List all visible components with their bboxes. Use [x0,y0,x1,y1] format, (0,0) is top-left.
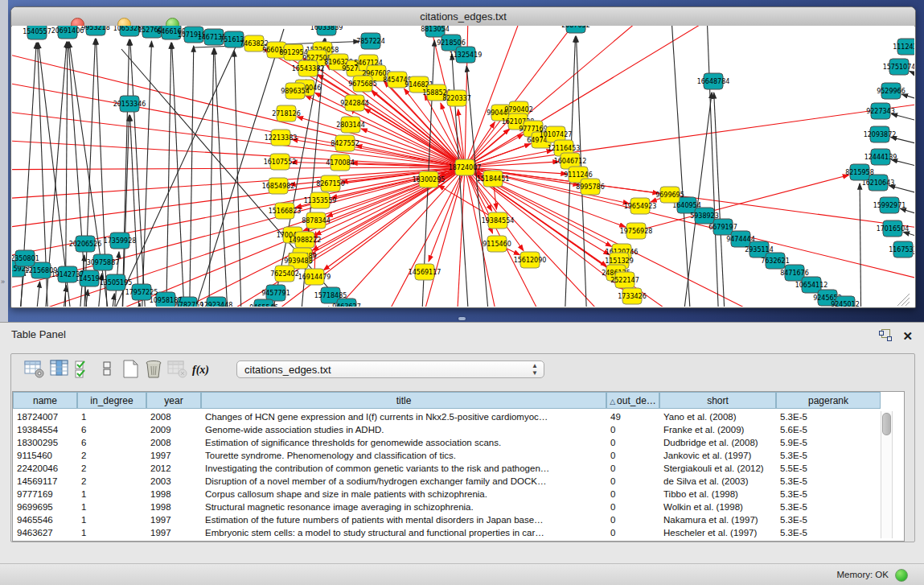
table-cell[interactable]: Corpus callosum shape and size in male p… [201,488,606,501]
splitter-grip-icon[interactable] [458,317,466,320]
table-row[interactable]: 911546021997Tourette syndrome. Phenomeno… [13,450,881,463]
table-cell[interactable]: Structural magnetic resonance image aver… [201,501,606,514]
table-cell[interactable]: 5.3E-5 [776,501,881,514]
graph-node[interactable]: 17359928 [104,233,137,249]
table-cell[interactable]: 1997 [146,514,201,527]
table-cell[interactable]: 1997 [146,527,201,540]
table-cell[interactable]: 5.3E-5 [776,488,881,501]
column-header-title[interactable]: title [201,392,606,409]
graph-node[interactable]: 1540557 [23,26,51,39]
graph-node[interactable]: 12444139 [864,149,897,165]
table-cell[interactable]: 1998 [146,501,201,514]
table-cell[interactable]: 9115460 [13,450,77,463]
table-cell[interactable]: 0 [606,450,659,463]
table-row[interactable]: 2242004622012Investigating the contribut… [13,463,881,476]
float-panel-icon[interactable] [879,329,892,340]
graph-node[interactable]: 16648784 [697,73,730,89]
table-cell[interactable]: 0 [606,424,659,437]
table-cell[interactable]: Hescheler et al. (1997) [659,527,776,540]
table-cell[interactable]: 9463627 [13,527,77,540]
column-header-name[interactable]: name [13,392,77,409]
table-cell[interactable]: Dudbridge et al. (2008) [659,437,776,450]
table-cell[interactable]: Embryonic stem cells: a model to study s… [201,527,606,540]
table-row[interactable]: 1872400712008Changes of HCN gene express… [13,411,881,424]
table-cell[interactable]: 5.6E-5 [776,424,881,437]
graph-node[interactable]: 15992971 [873,197,906,213]
table-row[interactable]: 946362711997Embryonic stem cells: a mode… [13,527,881,540]
column-header-pagerank[interactable]: pagerank [776,392,881,409]
graph-node[interactable]: 9529966 [877,83,906,99]
graph-node[interactable]: 9227343 [866,103,895,119]
graph-node[interactable]: 9953218 [81,26,110,35]
graph-node[interactable]: 20153346 [113,96,146,112]
table-cell[interactable]: 2 [77,476,146,488]
graph-node[interactable]: 19654923 [624,198,657,214]
column-visibility-icon[interactable] [50,360,71,381]
graph-node[interactable]: 2803144 [336,117,365,133]
table-cell[interactable]: 2 [77,450,146,463]
table-cell[interactable]: Stergiakouli et al. (2012) [659,463,776,476]
table-cell[interactable]: Genome-wide association studies in ADHD. [201,424,606,437]
select-columns-icon[interactable] [74,360,95,381]
graph-node[interactable]: 15751074 [883,59,914,75]
graph-node[interactable]: 20206526 [69,236,102,252]
table-cell[interactable]: 9699695 [13,501,77,514]
table-row[interactable]: 969969511998Structural magnetic resonanc… [13,501,881,514]
resize-grip-icon[interactable] [897,294,910,306]
table-row[interactable]: 946554611997Estimation of the future num… [13,514,881,527]
table-cell[interactable]: Yano et al. (2008) [659,411,776,424]
table-cell[interactable]: 0 [606,514,659,527]
column-header-in_degree[interactable]: in_degree [77,392,146,409]
column-header-out_de[interactable]: △out_de… [606,392,659,409]
graph-node[interactable]: 30975887 [87,254,120,270]
graph-node[interactable]: 20691406 [51,26,84,39]
table-cell[interactable]: 5.3E-5 [776,476,881,488]
graph-node[interactable]: 7857224 [356,33,385,49]
table-cell[interactable]: 22420046 [13,463,77,476]
graph-node[interactable]: 12093872 [864,126,897,142]
collapsed-side-panel[interactable]: » [0,0,8,322]
table-cell[interactable]: 9777169 [13,488,77,501]
table-row[interactable]: 1830029562008Estimation of significance … [13,437,881,450]
table-cell[interactable]: 5.3E-5 [776,411,881,424]
graph-node[interactable]: 19756928 [620,223,653,239]
graph-node[interactable]: 12923448 [200,297,233,307]
graph-node[interactable]: 1167533 [889,241,914,257]
network-view-window[interactable]: citations_edges.txt 15405572069140699532… [10,6,916,308]
table-cell[interactable]: 5.9E-5 [776,437,881,450]
graph-node[interactable]: 11353559 [304,192,337,208]
table-cell[interactable]: Disruption of a novel member of a sodium… [201,476,606,488]
table-cell[interactable]: 5.3E-5 [776,527,881,540]
table-cell[interactable]: 0 [606,463,659,476]
column-header-year[interactable]: year [146,392,201,409]
table-cell[interactable]: 18300295 [13,437,77,450]
table-cell[interactable]: Jankovic et al. (1997) [659,450,776,463]
delete-table-icon[interactable] [167,360,188,381]
table-cell[interactable]: Tibbo et al. (1998) [659,488,776,501]
table-cell[interactable]: 2003 [146,476,201,488]
table-row[interactable]: 1456911722003Disruption of a novel membe… [13,476,881,488]
table-cell[interactable]: 1 [77,488,146,501]
graph-node[interactable]: 2087652 [561,26,590,33]
table-cell[interactable]: Estimation of the future numbers of pati… [201,514,606,527]
graph-node[interactable]: 15166823 [269,203,302,219]
table-cell[interactable]: 1 [77,527,146,540]
table-cell[interactable]: 19384554 [13,424,77,437]
table-cell[interactable]: 5.3E-5 [776,450,881,463]
window-titlebar[interactable]: citations_edges.txt [11,7,915,27]
graph-node[interactable]: 8878344 [302,212,331,229]
network-table-selector[interactable]: citations_edges.txt ▲▼ [236,360,544,378]
table-cell[interactable]: 9465546 [13,514,77,527]
table-cell[interactable]: de Silva et al. (2003) [659,476,776,488]
graph-node[interactable]: 16854982 [262,178,295,194]
table-cell[interactable]: 0 [606,501,659,514]
table-cell[interactable]: Nakamura et al. (1997) [659,514,776,527]
close-panel-icon[interactable]: ✕ [902,329,913,344]
graph-node[interactable]: 1112435 [893,39,914,55]
table-cell[interactable]: Wolkin et al. (1998) [659,501,776,514]
panel-expand-icon[interactable]: » [1,278,5,286]
table-cell[interactable]: 6 [77,424,146,437]
table-cell[interactable]: 0 [606,437,659,450]
table-cell[interactable]: 1 [77,501,146,514]
table-cell[interactable]: Investigating the contribution of common… [201,463,606,476]
